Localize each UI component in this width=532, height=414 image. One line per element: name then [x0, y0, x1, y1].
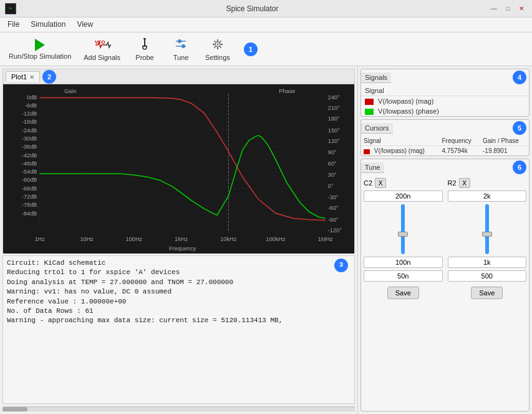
window-controls: ― □ ✕ — [488, 4, 527, 13]
tune-c2-col: C2 X 200n 100n 50n — [364, 178, 443, 282]
console-line-7: Warning - approaching max data size: cur… — [7, 316, 351, 325]
scrollbar-thumb[interactable] — [2, 407, 27, 412]
vfo-icon: VFO — [94, 37, 111, 52]
menu-file[interactable]: File — [2, 19, 24, 31]
svg-text:30°: 30° — [328, 172, 337, 178]
svg-text:-78dB: -78dB — [22, 202, 37, 208]
svg-text:-36dB: -36dB — [22, 144, 37, 150]
cursor-signal-0: V(/lowpass) (mag) — [361, 146, 440, 156]
tune-c2-thumb[interactable] — [398, 232, 408, 237]
plot-tabs: Plot1 ✕ 2 — [3, 69, 354, 84]
svg-text:-54dB: -54dB — [22, 169, 37, 175]
console-line-6: No. of Data Rows : 61 — [7, 307, 351, 316]
settings-label: Settings — [205, 54, 230, 61]
svg-text:120°: 120° — [328, 138, 340, 144]
svg-text:150°: 150° — [328, 127, 340, 134]
menubar: File Simulation View — [0, 17, 532, 32]
toolbar: Run/Stop Simulation VFO Add Signals Prob… — [0, 32, 532, 66]
tune-r2-label: R2 — [448, 179, 457, 187]
svg-point-10 — [216, 43, 218, 45]
signals-title: Signals — [361, 72, 391, 83]
plot-area[interactable]: 0dB -6dB -12dB -18dB -24dB -30dB -36dB -… — [3, 84, 354, 254]
tune-c2-x-button[interactable]: X — [375, 178, 386, 188]
settings-icon — [210, 37, 225, 52]
svg-text:-24dB: -24dB — [22, 127, 37, 134]
main-content: Plot1 ✕ 2 — [0, 66, 532, 414]
svg-text:-42dB: -42dB — [22, 152, 37, 159]
console-area[interactable]: 3 Circuit: KiCad schematic Reducing trto… — [2, 255, 355, 404]
signals-column-header: Signal — [361, 86, 529, 96]
title-bar: ~ Spice Simulator ― □ ✕ — [0, 0, 532, 17]
svg-text:-30°: -30° — [328, 194, 339, 200]
tune-r2-track — [485, 204, 489, 254]
tab-close-icon[interactable]: ✕ — [29, 74, 34, 81]
tune-c2-slider[interactable] — [364, 204, 443, 254]
cursors-title: Cursors — [361, 123, 393, 134]
console-line-3: Doing analysis at TEMP = 27.000000 and T… — [7, 278, 351, 287]
plot-badge: 2 — [42, 70, 56, 84]
tune-r2-slider[interactable] — [448, 204, 527, 254]
signal-cell-1: V(/lowpass) (phase) — [361, 106, 529, 116]
menu-simulation[interactable]: Simulation — [26, 19, 70, 31]
svg-text:Phase: Phase — [279, 88, 295, 94]
svg-text:-90°: -90° — [328, 217, 339, 223]
maximize-button[interactable]: □ — [502, 4, 513, 13]
save-c2-button[interactable]: Save — [387, 287, 419, 299]
cursors-col-gain: Gain / Phase — [480, 136, 529, 146]
tune-section: Tune 6 C2 X 200n — [360, 159, 530, 412]
add-signals-button[interactable]: VFO Add Signals — [80, 35, 124, 64]
tune-c2-track — [401, 204, 405, 254]
svg-text:10kHz: 10kHz — [220, 236, 236, 242]
svg-line-18 — [214, 46, 215, 47]
tune-c2-label: C2 — [364, 179, 372, 187]
signal-row-1[interactable]: V(/lowpass) (phase) — [361, 106, 529, 116]
console-badge: 3 — [334, 259, 348, 272]
tune-c2-header: C2 X — [364, 178, 443, 188]
minimize-button[interactable]: ― — [488, 4, 500, 13]
tune-r2-col: R2 X 2k 1k 500 — [448, 178, 527, 282]
signal-color-1 — [365, 109, 374, 115]
save-r2-button[interactable]: Save — [471, 287, 503, 299]
svg-text:-48dB: -48dB — [22, 160, 37, 167]
svg-text:100kHz: 100kHz — [266, 236, 286, 242]
cursor-row-0[interactable]: V(/lowpass) (mag) 4.75794k -19.8901 — [361, 146, 529, 156]
tune-label: Tune — [173, 54, 189, 61]
svg-point-6 — [178, 39, 181, 43]
svg-text:1MHz: 1MHz — [318, 236, 333, 242]
console-line-4: Warning: vv1: has no value, DC 0 assumed — [7, 287, 351, 297]
svg-text:0°: 0° — [328, 183, 334, 189]
svg-text:0dB: 0dB — [27, 94, 37, 101]
cursor-freq-0: 4.75794k — [440, 146, 480, 156]
svg-text:-120°: -120° — [328, 227, 342, 234]
probe-label: Probe — [135, 54, 153, 61]
plot-tab[interactable]: Plot1 ✕ — [6, 71, 40, 82]
signal-color-0 — [365, 99, 374, 105]
svg-text:100Hz: 100Hz — [126, 236, 143, 242]
signal-row-0[interactable]: V(/lowpass) (mag) — [361, 96, 529, 107]
svg-text:90°: 90° — [328, 149, 337, 155]
signal-label-1: V(/lowpass) (phase) — [378, 107, 439, 115]
svg-text:1Hz: 1Hz — [34, 236, 45, 242]
tune-r2-header: R2 X — [448, 178, 527, 188]
tune-c2-val-top: 200n — [364, 190, 443, 202]
svg-text:-18dB: -18dB — [22, 119, 37, 125]
close-button[interactable]: ✕ — [516, 4, 527, 13]
svg-text:240°: 240° — [328, 94, 340, 101]
tune-button[interactable]: Tune — [165, 35, 196, 64]
tune-r2-x-button[interactable]: X — [459, 178, 470, 188]
svg-text:Frequency: Frequency — [169, 245, 196, 252]
svg-text:-84dB: -84dB — [22, 210, 37, 217]
tune-r2-thumb[interactable] — [482, 232, 492, 237]
chart-svg: 0dB -6dB -12dB -18dB -24dB -30dB -36dB -… — [3, 84, 354, 254]
run-stop-button[interactable]: Run/Stop Simulation — [5, 36, 75, 62]
horizontal-scrollbar[interactable] — [2, 407, 355, 412]
add-signals-label: Add Signals — [84, 54, 120, 61]
window-title: Spice Simulator — [226, 4, 278, 13]
tune-c2-val-mid: 100n — [364, 257, 443, 268]
probe-button[interactable]: Probe — [129, 35, 160, 64]
menu-view[interactable]: View — [72, 19, 98, 31]
signals-badge: 4 — [513, 71, 526, 84]
save-row: Save Save — [361, 284, 529, 302]
settings-button[interactable]: Settings — [201, 35, 234, 64]
signal-cell-0: V(/lowpass) (mag) — [361, 96, 529, 107]
